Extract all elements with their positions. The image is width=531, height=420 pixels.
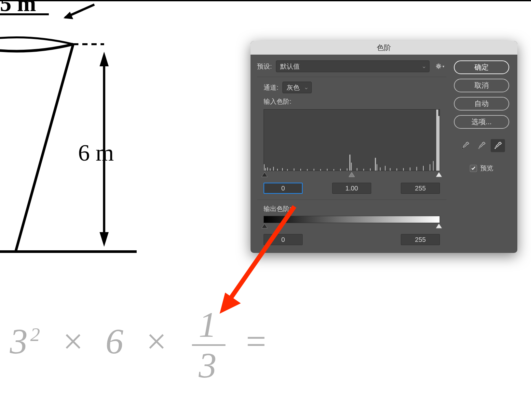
output-white-field[interactable]: [401, 234, 440, 245]
fraction-denominator: 3: [192, 346, 225, 383]
svg-rect-57: [438, 116, 440, 171]
svg-marker-62: [436, 224, 442, 228]
formula-exponent: 2: [30, 324, 43, 345]
fraction-numerator: 1: [192, 307, 225, 346]
svg-rect-39: [349, 155, 350, 171]
chevron-down-icon: ⌵: [305, 85, 307, 90]
svg-marker-58: [262, 172, 267, 177]
svg-line-20: [437, 68, 438, 68]
svg-rect-54: [429, 164, 430, 171]
svg-rect-50: [403, 168, 404, 171]
white-point-slider[interactable]: [436, 172, 442, 177]
chevron-down-icon: ⌵: [423, 64, 425, 69]
svg-rect-25: [270, 168, 270, 171]
svg-point-65: [495, 148, 496, 149]
math-formula: 32 × 6 × 1 3 =: [10, 307, 270, 383]
cone-diagram: 5 m 6 m: [0, 1, 150, 261]
svg-rect-30: [294, 168, 294, 171]
checkmark-icon: [471, 166, 476, 171]
preset-menu-button[interactable]: ▾: [433, 60, 446, 72]
svg-point-64: [478, 148, 480, 149]
svg-line-21: [440, 65, 441, 65]
svg-rect-45: [376, 164, 377, 171]
gear-icon: [435, 63, 442, 70]
formula-mult2: ×: [144, 322, 171, 361]
svg-rect-34: [320, 169, 321, 171]
formula-equals: =: [244, 322, 270, 361]
svg-rect-33: [314, 169, 314, 171]
channel-dropdown[interactable]: 灰色 ⌵: [282, 82, 312, 93]
preview-checkbox[interactable]: [470, 165, 477, 172]
input-white-field[interactable]: [401, 183, 440, 194]
svg-text:6 m: 6 m: [78, 140, 114, 166]
input-histogram[interactable]: [264, 109, 440, 171]
formula-six: 6: [105, 322, 126, 361]
eyedropper-icon: [477, 141, 486, 150]
dialog-titlebar[interactable]: 色阶: [251, 41, 517, 55]
preset-dropdown[interactable]: 默认值 ⌵: [276, 60, 429, 72]
svg-rect-27: [277, 169, 278, 171]
input-levels-label: 输入色阶:: [257, 97, 446, 106]
svg-rect-38: [347, 168, 347, 171]
svg-rect-22: [264, 164, 265, 171]
ok-button[interactable]: 确定: [454, 60, 509, 74]
preview-label: 预览: [480, 164, 493, 173]
svg-rect-40: [351, 163, 352, 171]
input-slider-track[interactable]: [264, 174, 440, 179]
svg-rect-47: [385, 166, 386, 171]
svg-rect-56: [436, 110, 438, 171]
svg-rect-36: [334, 169, 334, 171]
channel-label: 通道:: [264, 83, 279, 92]
eyedropper-icon: [461, 141, 470, 150]
svg-rect-43: [370, 168, 371, 171]
eyedropper-white[interactable]: [491, 139, 505, 152]
gamma-slider[interactable]: [349, 172, 355, 177]
levels-dialog: 色阶 预设: 默认值 ⌵ ▾: [251, 41, 517, 253]
svg-rect-51: [410, 167, 410, 171]
output-gradient[interactable]: [264, 216, 440, 223]
svg-rect-23: [265, 168, 266, 171]
formula-fraction: 1 3: [192, 307, 225, 383]
input-gamma-field[interactable]: [332, 183, 371, 194]
svg-rect-37: [340, 169, 341, 171]
svg-rect-49: [397, 168, 397, 171]
svg-rect-32: [307, 169, 307, 171]
svg-marker-59: [349, 172, 355, 177]
svg-marker-61: [262, 224, 267, 228]
svg-rect-26: [273, 167, 274, 171]
output-slider-track[interactable]: [264, 225, 440, 231]
input-black-field[interactable]: [264, 183, 303, 194]
svg-rect-53: [423, 166, 424, 171]
output-black-field[interactable]: [264, 234, 303, 245]
svg-rect-24: [267, 167, 268, 171]
dialog-title: 色阶: [377, 43, 391, 53]
preset-value: 默认值: [280, 62, 300, 71]
eyedropper-gray[interactable]: [474, 139, 489, 152]
formula-mult1: ×: [61, 322, 88, 361]
formula-base: 3: [10, 322, 30, 361]
svg-rect-44: [375, 158, 376, 171]
svg-rect-41: [357, 168, 357, 171]
output-levels-label: 输出色阶:: [264, 205, 292, 212]
auto-button[interactable]: 自动: [454, 97, 509, 111]
black-point-slider[interactable]: [262, 172, 267, 177]
cancel-button[interactable]: 取消: [454, 79, 509, 92]
svg-rect-46: [380, 167, 381, 171]
channel-value: 灰色: [287, 83, 300, 92]
eyedropper-icon: [494, 141, 502, 150]
svg-line-18: [437, 65, 438, 65]
output-white-slider[interactable]: [436, 224, 442, 229]
preset-label: 预设:: [257, 62, 272, 71]
svg-marker-8: [100, 52, 109, 66]
svg-rect-52: [416, 167, 417, 171]
svg-rect-29: [287, 169, 288, 171]
svg-rect-31: [300, 169, 301, 171]
svg-marker-60: [436, 172, 442, 177]
svg-line-19: [440, 68, 441, 68]
svg-rect-42: [363, 169, 364, 171]
options-button[interactable]: 选项...: [454, 115, 509, 129]
svg-rect-28: [282, 168, 283, 171]
output-black-slider[interactable]: [262, 224, 267, 229]
svg-line-5: [16, 44, 73, 252]
eyedropper-black[interactable]: [458, 139, 472, 152]
